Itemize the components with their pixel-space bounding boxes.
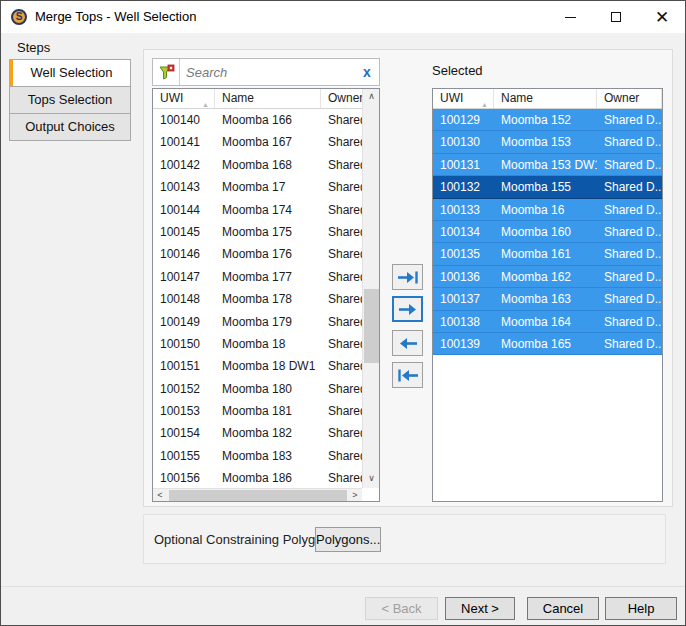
arrow-left-to-bar-icon	[397, 368, 419, 383]
well-row[interactable]: 100131Moomba 153 DW1Shared D...	[433, 154, 662, 176]
footer-bar: < Back Next > Cancel Help	[1, 586, 685, 626]
cell-name: Moomba 152	[494, 109, 597, 130]
cell-owner: Shared D	[321, 355, 362, 377]
cell-owner: Shared D...	[597, 266, 662, 287]
scrollbar-thumb[interactable]	[169, 490, 347, 501]
cell-owner: Shared D...	[597, 131, 662, 152]
cell-owner: Shared D...	[597, 221, 662, 242]
column-header-uwi[interactable]: UWI ▲	[433, 89, 494, 108]
well-row[interactable]: 100155Moomba 183Shared D	[153, 445, 362, 467]
well-row[interactable]: 100143Moomba 17Shared D	[153, 176, 362, 198]
scroll-up-icon[interactable]: ∧	[363, 89, 380, 106]
cell-owner: Shared D	[321, 333, 362, 355]
cell-name: Moomba 160	[494, 221, 597, 242]
available-wells-table: UWI ▲ Name Owner 100140Moomba 166Shared …	[152, 88, 380, 502]
horizontal-scrollbar[interactable]: < >	[153, 488, 362, 501]
cell-owner: Shared D	[321, 243, 362, 265]
add-selected-wells-button[interactable]	[392, 296, 423, 322]
cell-owner: Shared D...	[597, 288, 662, 309]
close-button[interactable]: ✕	[639, 1, 685, 33]
add-all-wells-button[interactable]	[392, 264, 423, 290]
well-row[interactable]: 100153Moomba 181Shared D	[153, 400, 362, 422]
selected-list-label: Selected	[432, 63, 483, 78]
well-row[interactable]: 100133Moomba 16Shared D...	[433, 199, 662, 221]
vertical-scrollbar[interactable]: ∧ ∨	[362, 89, 379, 488]
cell-name: Moomba 18 DW1	[215, 355, 321, 377]
constraining-polygons-panel: Optional Constraining Polygons Polygons.…	[143, 514, 666, 564]
well-row[interactable]: 100152Moomba 180Shared D	[153, 378, 362, 400]
remove-selected-wells-button[interactable]	[392, 330, 423, 356]
column-header-uwi[interactable]: UWI ▲	[153, 89, 215, 108]
well-row[interactable]: 100147Moomba 177Shared D	[153, 266, 362, 288]
minimize-icon	[565, 17, 576, 18]
cell-name: Moomba 174	[215, 199, 321, 221]
well-row[interactable]: 100151Moomba 18 DW1Shared D	[153, 355, 362, 377]
title-bar: S Merge Tops - Well Selection ✕	[1, 1, 685, 33]
well-row[interactable]: 100136Moomba 162Shared D...	[433, 266, 662, 288]
scrollbar-thumb[interactable]	[364, 289, 379, 363]
scroll-left-icon[interactable]: <	[153, 489, 167, 502]
cell-owner: Shared D	[321, 131, 362, 153]
cell-owner: Shared D	[321, 109, 362, 131]
well-row[interactable]: 100154Moomba 182Shared D	[153, 422, 362, 444]
well-row[interactable]: 100135Moomba 161Shared D...	[433, 243, 662, 265]
step-well-selection[interactable]: Well Selection	[9, 59, 131, 87]
well-row[interactable]: 100142Moomba 168Shared D	[153, 154, 362, 176]
cell-name: Moomba 175	[215, 221, 321, 243]
step-tops-selection[interactable]: Tops Selection	[9, 86, 131, 114]
column-header-owner[interactable]: Owner	[597, 89, 662, 108]
well-row[interactable]: 100129Moomba 152Shared D...	[433, 109, 662, 131]
sort-ascending-icon: ▲	[481, 95, 488, 108]
column-header-name[interactable]: Name	[215, 89, 321, 108]
cell-owner: Shared D	[321, 199, 362, 221]
selected-table-header: UWI ▲ Name Owner	[433, 89, 662, 109]
clear-search-icon[interactable]: x	[355, 64, 379, 80]
cell-uwi: 100141	[153, 131, 215, 153]
well-row[interactable]: 100139Moomba 165Shared D...	[433, 333, 662, 355]
back-button[interactable]: < Back	[365, 597, 438, 620]
well-row[interactable]: 100134Moomba 160Shared D...	[433, 221, 662, 243]
minimize-button[interactable]	[547, 1, 593, 33]
cell-name: Moomba 163	[494, 288, 597, 309]
close-icon: ✕	[655, 9, 669, 26]
merge-tops-dialog: S Merge Tops - Well Selection ✕ Steps We…	[0, 0, 686, 626]
well-row[interactable]: 100145Moomba 175Shared D	[153, 221, 362, 243]
cell-owner: Shared D...	[597, 176, 662, 197]
well-row[interactable]: 100146Moomba 176Shared D	[153, 243, 362, 265]
polygons-button[interactable]: Polygons...	[315, 527, 381, 552]
cell-uwi: 100143	[153, 176, 215, 198]
cell-owner: Shared D...	[597, 109, 662, 130]
well-row[interactable]: 100144Moomba 174Shared D	[153, 199, 362, 221]
well-row[interactable]: 100148Moomba 178Shared D	[153, 288, 362, 310]
search-input[interactable]	[180, 65, 355, 80]
well-row[interactable]: 100138Moomba 164Shared D...	[433, 311, 662, 333]
step-output-choices[interactable]: Output Choices	[9, 113, 131, 141]
cell-name: Moomba 178	[215, 288, 321, 310]
well-row[interactable]: 100130Moomba 153Shared D...	[433, 131, 662, 153]
cell-uwi: 100140	[153, 109, 215, 131]
cell-name: Moomba 18	[215, 333, 321, 355]
cell-name: Moomba 167	[215, 131, 321, 153]
well-row[interactable]: 100137Moomba 163Shared D...	[433, 288, 662, 310]
cell-name: Moomba 164	[494, 311, 597, 332]
filter-button[interactable]	[153, 59, 180, 85]
cell-owner: Shared D	[321, 467, 362, 488]
column-header-name[interactable]: Name	[494, 89, 597, 108]
maximize-button[interactable]	[593, 1, 639, 33]
remove-all-wells-button[interactable]	[392, 362, 423, 388]
well-row[interactable]: 100149Moomba 179Shared D	[153, 311, 362, 333]
cell-name: Moomba 181	[215, 400, 321, 422]
cell-name: Moomba 166	[215, 109, 321, 131]
scroll-right-icon[interactable]: >	[348, 489, 362, 502]
help-button[interactable]: Help	[605, 597, 677, 620]
cancel-button[interactable]: Cancel	[527, 597, 599, 620]
well-row[interactable]: 100156Moomba 186Shared D	[153, 467, 362, 488]
scroll-down-icon[interactable]: ∨	[363, 471, 380, 488]
cell-owner: Shared D	[321, 154, 362, 176]
well-row[interactable]: 100141Moomba 167Shared D	[153, 131, 362, 153]
selected-wells-table: UWI ▲ Name Owner 100129Moomba 152Shared …	[432, 88, 663, 502]
well-row[interactable]: 100132Moomba 155Shared D...	[433, 176, 662, 198]
next-button[interactable]: Next >	[445, 597, 515, 620]
well-row[interactable]: 100150Moomba 18Shared D	[153, 333, 362, 355]
well-row[interactable]: 100140Moomba 166Shared D	[153, 109, 362, 131]
